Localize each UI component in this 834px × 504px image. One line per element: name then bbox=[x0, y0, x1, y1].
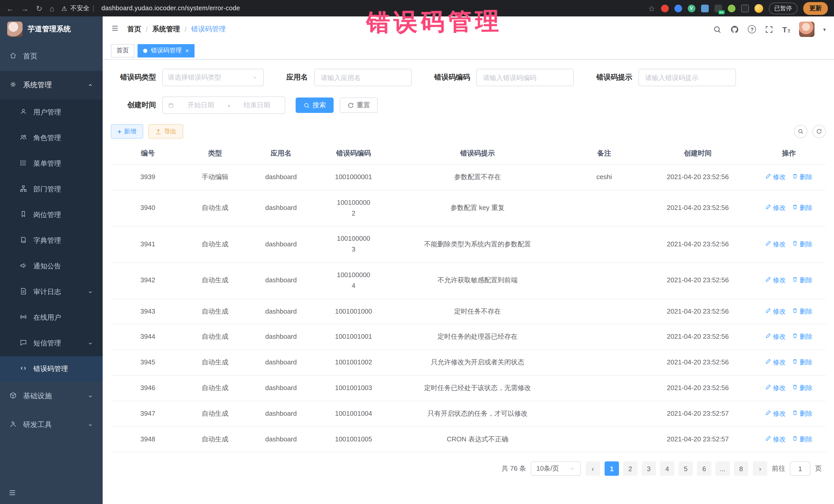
reset-button[interactable]: 重置 bbox=[340, 97, 378, 113]
proxy-on-badge: on bbox=[718, 10, 724, 14]
delete-link[interactable]: 删除 bbox=[792, 203, 812, 213]
search-button[interactable]: 搜索 bbox=[295, 97, 334, 113]
refresh-table-button[interactable] bbox=[812, 125, 826, 138]
delete-link[interactable]: 删除 bbox=[792, 275, 812, 286]
edit-link[interactable]: 修改 bbox=[765, 203, 786, 213]
user-avatar[interactable] bbox=[799, 22, 814, 37]
ext-grid-icon[interactable] bbox=[701, 4, 708, 12]
sidebar-item-menus[interactable]: 菜单管理 bbox=[0, 151, 103, 177]
delete-link[interactable]: 删除 bbox=[792, 434, 812, 444]
edit-link[interactable]: 修改 bbox=[765, 239, 786, 249]
back-icon[interactable]: ← bbox=[6, 4, 14, 12]
breadcrumb-system[interactable]: 系统管理 bbox=[152, 25, 180, 34]
logo[interactable]: 芋道管理系统 bbox=[0, 17, 103, 42]
page-button[interactable]: 2 bbox=[623, 462, 637, 476]
sidebar-item-posts[interactable]: 岗位管理 bbox=[0, 202, 103, 228]
add-button[interactable]: + 新增 bbox=[111, 124, 143, 138]
error-type-select[interactable]: 请选择错误码类型 bbox=[162, 69, 264, 86]
edit-link[interactable]: 修改 bbox=[765, 357, 786, 368]
ext-blue-icon[interactable] bbox=[674, 4, 682, 12]
bookmark-star-icon[interactable]: ☆ bbox=[648, 4, 655, 12]
search-icon[interactable] bbox=[713, 25, 722, 34]
breadcrumb-separator: / bbox=[185, 25, 187, 33]
tab-close-icon[interactable]: × bbox=[185, 47, 189, 53]
app-name-input[interactable] bbox=[320, 73, 406, 82]
sidebar-item-online-users[interactable]: 在线用户 bbox=[0, 305, 103, 330]
next-page-button[interactable]: › bbox=[753, 462, 767, 476]
edit-link[interactable]: 修改 bbox=[765, 434, 786, 444]
sidebar-collapse-icon[interactable] bbox=[8, 489, 17, 499]
avatar-caret-icon[interactable]: ▾ bbox=[823, 26, 826, 32]
breadcrumb-home[interactable]: 首页 bbox=[127, 25, 141, 34]
page-button[interactable]: 8 bbox=[734, 462, 748, 476]
delete-link[interactable]: 删除 bbox=[792, 409, 812, 419]
col-code: 错误码编码 bbox=[317, 143, 391, 165]
export-button[interactable]: 导出 bbox=[148, 124, 183, 138]
date-range-picker[interactable]: 开始日期 - 结束日期 bbox=[162, 96, 285, 114]
sidebar-item-devtools[interactable]: 研发工具 bbox=[0, 411, 103, 439]
page-button[interactable]: 5 bbox=[679, 462, 693, 476]
delete-link[interactable]: 删除 bbox=[792, 357, 812, 368]
sidebar-item-users[interactable]: 用户管理 bbox=[0, 100, 103, 125]
font-size-icon[interactable]: TT bbox=[783, 25, 790, 34]
home-icon[interactable]: ⌂ bbox=[49, 4, 54, 12]
sidebar-item-label: 在线用户 bbox=[34, 313, 61, 322]
error-msg-input[interactable] bbox=[644, 73, 730, 82]
page-button[interactable]: 4 bbox=[660, 462, 674, 476]
tab-error-code[interactable]: 错误码管理 × bbox=[137, 44, 195, 57]
sidebar-item-departments[interactable]: 部门管理 bbox=[0, 177, 103, 202]
sidebar-item-infrastructure[interactable]: 基础设施 bbox=[0, 382, 103, 411]
forward-icon[interactable]: → bbox=[21, 4, 29, 12]
extensions-pin-icon[interactable] bbox=[741, 4, 749, 12]
edit-link[interactable]: 修改 bbox=[765, 275, 786, 286]
sidebar-item-notices[interactable]: 通知公告 bbox=[0, 254, 103, 279]
address-bar[interactable]: dashboard.yudao.iocoder.cn/system/error-… bbox=[101, 5, 240, 12]
paused-badge[interactable]: 已暂停 bbox=[769, 2, 797, 14]
toggle-search-button[interactable] bbox=[794, 125, 807, 138]
sidebar-item-error-code[interactable]: 错误码管理 bbox=[0, 356, 103, 382]
cell-code: 1001000004 bbox=[317, 263, 391, 299]
sidebar-item-dictionary[interactable]: 字典管理 bbox=[0, 228, 103, 254]
edit-link[interactable]: 修改 bbox=[765, 383, 786, 393]
page-button[interactable]: 6 bbox=[697, 462, 711, 476]
prev-page-button[interactable]: ‹ bbox=[586, 462, 600, 476]
error-code-label: 错误码编码 bbox=[434, 73, 470, 82]
cell-id: 3944 bbox=[111, 324, 185, 350]
delete-link[interactable]: 删除 bbox=[792, 383, 812, 393]
proxy-ext-icon[interactable]: on bbox=[714, 4, 722, 12]
edit-link[interactable]: 修改 bbox=[765, 172, 786, 182]
browser-profile-avatar[interactable] bbox=[754, 4, 763, 13]
sidebar-item-audit-log[interactable]: 审计日志 bbox=[0, 279, 103, 305]
hamburger-icon[interactable] bbox=[111, 24, 119, 35]
help-icon[interactable]: ? bbox=[748, 25, 756, 34]
reload-icon[interactable]: ↻ bbox=[36, 4, 42, 12]
list-icon bbox=[20, 159, 27, 168]
sidebar-item-home[interactable]: 首页 bbox=[0, 42, 103, 71]
security-chip[interactable]: ⚠ 不安全 | bbox=[61, 4, 94, 13]
edit-link[interactable]: 修改 bbox=[765, 332, 786, 342]
sidebar-item-sms[interactable]: 短信管理 bbox=[0, 330, 103, 356]
tab-home[interactable]: 首页 bbox=[111, 44, 134, 57]
page-more-button[interactable]: ... bbox=[716, 462, 730, 476]
goto-page-input[interactable] bbox=[790, 462, 810, 476]
edit-link[interactable]: 修改 bbox=[765, 306, 786, 316]
delete-link[interactable]: 删除 bbox=[792, 172, 812, 182]
ext-red-icon[interactable] bbox=[661, 4, 668, 12]
fullscreen-icon[interactable] bbox=[765, 25, 774, 34]
vue-devtools-icon[interactable]: V bbox=[687, 4, 695, 12]
delete-link[interactable]: 删除 bbox=[792, 332, 812, 342]
edit-link[interactable]: 修改 bbox=[765, 409, 786, 419]
ext-green-icon[interactable] bbox=[727, 4, 735, 12]
update-button[interactable]: 更新 bbox=[803, 2, 828, 15]
error-code-input[interactable] bbox=[482, 73, 568, 82]
sidebar-item-roles[interactable]: 角色管理 bbox=[0, 125, 103, 151]
page-button[interactable]: 1 bbox=[605, 462, 619, 476]
github-icon[interactable] bbox=[730, 25, 739, 34]
page-size-select[interactable]: 10条/页 bbox=[531, 462, 581, 476]
cell-msg: 只有开启状态的任务，才可以修改 bbox=[391, 401, 565, 427]
delete-link[interactable]: 删除 bbox=[792, 306, 812, 316]
sidebar-item-system[interactable]: 系统管理 bbox=[0, 71, 103, 100]
delete-link[interactable]: 删除 bbox=[792, 239, 812, 249]
table-row: 3939手动编辑dashboard1001000001参数配置不存在ceshi2… bbox=[111, 165, 826, 190]
page-button[interactable]: 3 bbox=[641, 462, 656, 476]
